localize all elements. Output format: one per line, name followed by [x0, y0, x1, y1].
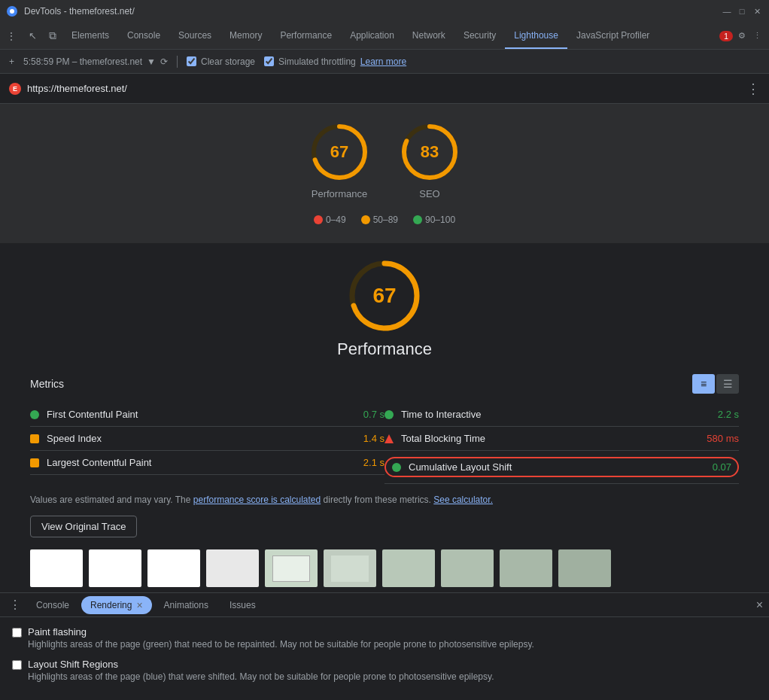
metric-si-name: Speed Index — [47, 433, 363, 444]
metric-lcp-value: 2.1 s — [363, 457, 384, 468]
nav-memory[interactable]: Memory — [220, 23, 271, 49]
legend-pass-dot — [413, 215, 422, 224]
view-toggle: ≡ ☰ — [692, 374, 739, 394]
paint-flashing-desc: Highlights areas of the page (green) tha… — [28, 639, 534, 650]
rendering-tab-close[interactable]: × — [136, 599, 142, 611]
nav-console[interactable]: Console — [118, 23, 169, 49]
big-score-value: 67 — [372, 284, 396, 308]
nav-sources[interactable]: Sources — [169, 23, 220, 49]
thumbnail-7 — [382, 549, 435, 587]
list-view-button[interactable]: ☰ — [716, 374, 739, 394]
performance-score-item: 67 Performance — [309, 122, 369, 199]
nav-items: Elements Console Sources Memory Performa… — [62, 23, 658, 49]
legend-average: 50–89 — [361, 215, 398, 225]
thumbnail-5 — [265, 549, 318, 587]
timestamp-display: 5:58:59 PM – themeforest.net ▼ ⟳ — [23, 56, 168, 67]
nav-application[interactable]: Application — [341, 23, 403, 49]
maximize-button[interactable]: □ — [736, 5, 748, 17]
nav-performance[interactable]: Performance — [271, 23, 341, 49]
bottom-panel-menu[interactable]: ⋮ — [6, 595, 24, 615]
bottom-tabs: ⋮ Console Rendering × Animations Issues … — [0, 593, 769, 617]
rendering-tab-label: Rendering — [90, 600, 132, 610]
scores-row: 67 Performance 83 SEO — [309, 122, 460, 199]
view-original-trace-button[interactable]: View Original Trace — [30, 516, 137, 537]
nav-security[interactable]: Security — [454, 23, 505, 49]
title-bar: DevTools - themeforest.net/ — □ ✕ — [0, 0, 769, 23]
nav-js-profiler[interactable]: JavaScript Profiler — [567, 23, 658, 49]
seo-score-circle: 83 — [400, 122, 460, 182]
animations-tab[interactable]: Animations — [155, 597, 217, 613]
clear-storage-checkbox[interactable]: Clear storage — [187, 56, 255, 67]
metric-cls-value: 0.07 — [713, 461, 731, 473]
grid-view-button[interactable]: ≡ — [692, 374, 715, 394]
window-title: DevTools - themeforest.net/ — [24, 6, 715, 17]
seo-score-item: 83 SEO — [400, 122, 460, 199]
inspect-button[interactable]: ↖ — [23, 27, 43, 44]
calculator-link[interactable]: See calculator. — [433, 495, 493, 505]
metric-tbt-name: Total Blocking Time — [401, 433, 707, 444]
nav-lighthouse[interactable]: Lighthouse — [505, 23, 567, 49]
metric-fcp: First Contentful Paint 0.7 s — [30, 403, 384, 427]
settings-icon[interactable]: ⚙ — [736, 30, 748, 42]
thumbnail-2 — [89, 549, 141, 587]
metric-tti-name: Time to Interactive — [401, 409, 718, 420]
console-tab[interactable]: Console — [27, 597, 78, 613]
minimize-button[interactable]: — — [721, 5, 733, 17]
simulated-throttling-input[interactable] — [264, 56, 274, 66]
perf-section: 67 Performance Metrics ≡ ☰ First Content… — [0, 243, 769, 602]
metric-tti: Time to Interactive 2.2 s — [384, 403, 739, 427]
nav-network[interactable]: Network — [403, 23, 454, 49]
url-more-button[interactable]: ⋮ — [746, 81, 760, 97]
metrics-header: Metrics ≡ ☰ — [30, 374, 739, 394]
legend: 0–49 50–89 90–100 — [314, 215, 455, 225]
dropdown-icon[interactable]: ▼ — [147, 56, 156, 67]
metric-si-value: 1.4 s — [363, 433, 384, 444]
thumbnail-10 — [558, 549, 611, 587]
add-tab-button[interactable]: + — [9, 56, 14, 67]
bottom-panel: ⋮ Console Rendering × Animations Issues … — [0, 592, 769, 700]
paint-flashing-checkbox[interactable] — [12, 628, 22, 638]
more-options-icon[interactable]: ⋮ — [751, 30, 763, 42]
close-button[interactable]: ✕ — [751, 5, 763, 17]
metric-cls: Cumulative Layout Shift 0.07 — [384, 451, 739, 484]
thumbnail-9 — [500, 549, 552, 587]
legend-average-dot — [361, 215, 370, 224]
legend-fail-label: 0–49 — [326, 215, 346, 225]
legend-pass-label: 90–100 — [425, 215, 455, 225]
performance-score-circle: 67 — [309, 122, 369, 182]
perf-big-score: 67 Performance — [30, 258, 739, 359]
layout-shift-label: Layout Shift Regions — [28, 659, 494, 670]
rendering-tab[interactable]: Rendering × — [81, 596, 152, 614]
learn-more-link[interactable]: Learn more — [360, 56, 406, 67]
paint-flashing-label: Paint flashing — [28, 626, 534, 638]
url-text: https://themeforest.net/ — [27, 83, 740, 94]
nav-elements[interactable]: Elements — [62, 23, 118, 49]
simulated-throttling-checkbox[interactable]: Simulated throttling Learn more — [264, 56, 406, 67]
issues-tab[interactable]: Issues — [220, 597, 265, 613]
thumbnail-4 — [206, 549, 259, 587]
metrics-grid: First Contentful Paint 0.7 s Speed Index… — [30, 403, 739, 484]
history-icon[interactable]: ⟳ — [160, 56, 168, 67]
performance-score-calc-link[interactable]: performance score is calculated — [193, 495, 321, 505]
layout-shift-desc: Highlights areas of the page (blue) that… — [28, 671, 494, 682]
devtools-menu-button[interactable]: ⋮ — [0, 27, 23, 45]
metric-fcp-dot — [30, 410, 39, 419]
bottom-content: Paint flashing Highlights areas of the p… — [0, 617, 769, 700]
perf-section-title: Performance — [337, 339, 432, 359]
bottom-panel-close[interactable]: × — [756, 598, 763, 612]
clear-storage-input[interactable] — [187, 56, 196, 66]
device-toggle[interactable]: ⧉ — [43, 26, 62, 45]
clear-storage-label: Clear storage — [201, 56, 255, 67]
thumbnail-6 — [324, 549, 376, 587]
legend-fail: 0–49 — [314, 215, 346, 225]
error-badge: 1 — [719, 31, 733, 41]
metric-tbt: Total Blocking Time 580 ms — [384, 427, 739, 451]
paint-flashing-row: Paint flashing Highlights areas of the p… — [12, 626, 757, 650]
metric-si: Speed Index 1.4 s — [30, 427, 384, 451]
legend-fail-dot — [314, 215, 323, 224]
metric-tti-value: 2.2 s — [718, 409, 739, 420]
layout-shift-checkbox[interactable] — [12, 660, 22, 670]
metric-cls-name: Cumulative Layout Shift — [409, 461, 713, 473]
legend-pass: 90–100 — [413, 215, 455, 225]
add-icon: + — [9, 56, 14, 67]
